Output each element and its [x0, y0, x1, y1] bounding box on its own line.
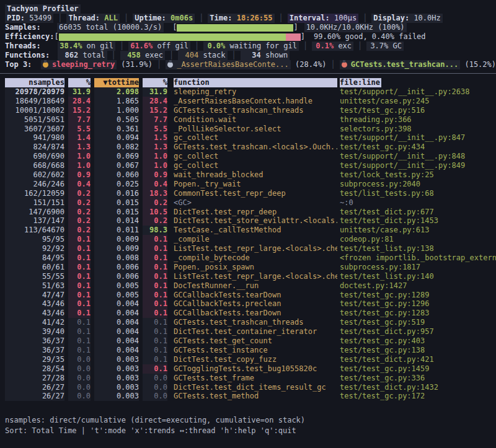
samples-total: 66035 total (10000.3/s): [59, 23, 162, 32]
separator-pipe: │: [169, 51, 174, 60]
nsamples-cell: 60/61: [5, 263, 64, 272]
file-line-cell: test/test_gc.py:403: [340, 336, 496, 346]
pct-direct-cell: 0.0: [68, 374, 91, 383]
pct-direct-cell: 1.3: [68, 143, 91, 152]
samples-bar-close-bracket: ]: [293, 23, 298, 32]
tottime-cell: 0.025: [94, 180, 139, 189]
file-line-cell: test/test_gc.py:1459: [340, 364, 496, 374]
pct-direct-cell: 0.1: [68, 346, 91, 355]
pct-cumulative-cell: 0.2: [143, 198, 167, 208]
function-cell: _AssertRaisesBaseContext.handle: [174, 97, 337, 106]
function-cell: _compile_bytecode: [174, 253, 337, 263]
tottime-cell: 0.004: [94, 327, 139, 336]
function-cell: GCTogglingTests.test_bug1055820c: [174, 364, 337, 374]
tottime-cell: 0.003: [94, 392, 139, 401]
threads-on-gil-value: 38.4%: [60, 42, 82, 51]
file-line-cell: test/test_dict.py:421: [340, 355, 496, 364]
threads-gc-unit: GC: [388, 42, 402, 51]
table-row: 941/9801.40.0941.5gc_collecttest/support…: [0, 133, 496, 143]
pct-cumulative-cell: 31.9: [143, 87, 167, 97]
tottime-cell: 0.060: [94, 170, 139, 180]
file-line-cell: test/list_tests.py:68: [340, 189, 496, 198]
status-uptime-label: Uptime:: [135, 14, 170, 23]
pct-direct-cell: 0.0: [68, 392, 91, 401]
tottime-cell: 0.004: [94, 309, 139, 318]
functions-shown: 34 shown: [241, 51, 290, 60]
table-row: 29/350.00.0030.1DictTest.test_copy_fuzzt…: [0, 355, 496, 364]
file-line-cell: unittest/case.py:613: [340, 226, 496, 235]
efficiency-bar-close-bracket: ]: [301, 32, 305, 42]
col-header-pct-direct[interactable]: %: [68, 78, 91, 87]
pct-direct-cell: 0.1: [68, 299, 91, 309]
efficiency-line: Efficiency:[ ] 99.60% good, 0.40% failed: [0, 32, 496, 42]
status-pid-label: PID:: [7, 14, 29, 23]
file-line-cell: test/test_gc.py:336: [340, 374, 496, 383]
threads-waiting-gil-value: 0.0%: [205, 42, 225, 51]
threads-on-gil-unit: on gil: [82, 42, 113, 51]
table-row: 51/630.10.0050.1DocTestRunner.__rundocte…: [0, 281, 496, 291]
efficiency-bar: [59, 33, 301, 41]
function-cell: Condition.wait: [174, 115, 337, 125]
pct-direct-cell: 0.2: [68, 189, 91, 198]
function-cell: ListTest.test_repr_large.<locals>.check: [174, 244, 337, 253]
pct-direct-cell: 5.5: [68, 125, 91, 134]
threads-waiting-gil-unit: waiting for gil: [225, 42, 297, 51]
table-row: 92/920.10.0090.1ListTest.test_repr_large…: [0, 244, 496, 253]
status-pid-value: 53499: [29, 14, 51, 23]
nsamples-cell: 55/55: [5, 272, 64, 281]
col-header-function[interactable]: function: [174, 78, 337, 87]
function-cell: GCTests.test_frame: [174, 374, 337, 383]
status-thread-value: ALL: [104, 14, 118, 23]
efficiency-bar-open-bracket: [: [54, 32, 58, 42]
status-time-value: 18:26:55: [237, 14, 273, 23]
pct-cumulative-cell: 0.0: [143, 383, 167, 392]
file-line-cell: test/support/__init__.py:2638: [340, 87, 496, 97]
threads-exc-unit: exc: [334, 42, 352, 51]
col-header-tottime[interactable]: ▼tottime: [94, 78, 139, 87]
top3-rank-3-name: GCTests.test_trashcan...: [351, 60, 458, 69]
table-body: 20978/2097931.92.09831.9sleeping_retryte…: [0, 87, 496, 401]
bronze-medal-icon: [342, 62, 347, 68]
pct-direct-cell: 0.0: [68, 364, 91, 374]
table-row: 113/646700.20.01198.3TestCase._callTestM…: [0, 226, 496, 235]
table-row: 60/610.10.0060.1Popen._posix_spawnsubpro…: [0, 263, 496, 272]
pct-cumulative-cell: 0.1: [143, 272, 167, 281]
tottime-cell: 0.361: [94, 125, 139, 134]
col-header-file-line[interactable]: file:line: [340, 78, 381, 87]
function-cell: Popen._posix_spawn: [174, 263, 337, 272]
status-time: Time: 18:26:55: [208, 14, 274, 23]
functions-total: 862 total: [58, 51, 107, 60]
title-line: Tachyon Profiler: [0, 0, 496, 14]
table-row: 47/470.10.0050.1GCCallbackTests.tearDown…: [0, 291, 496, 300]
file-line-cell: test/test_gc.py:1289: [340, 291, 496, 300]
nsamples-cell: 95/95: [5, 235, 64, 244]
nsamples-cell: 29/35: [5, 355, 64, 364]
table-row: 43/460.10.0040.1GCCallbackTests.preclean…: [0, 299, 496, 309]
samples-rate-bar-fill: [177, 24, 293, 32]
nsamples-cell: 28/54: [5, 364, 64, 374]
nsamples-cell: 3607/3607: [5, 125, 64, 134]
tottime-cell: 0.005: [94, 281, 139, 291]
pct-cumulative-cell: 1.3: [143, 143, 167, 152]
nsamples-cell: 27/28: [5, 374, 64, 383]
col-header-pct-cumulative[interactable]: %: [143, 78, 167, 87]
pct-direct-cell: 0.1: [68, 244, 91, 253]
tottime-cell: 0.015: [94, 198, 139, 208]
function-cell: wait_threads_blocked: [174, 170, 337, 180]
functions-stack-unit: stack: [198, 51, 225, 60]
pct-direct-cell: 0.1: [68, 281, 91, 291]
pct-direct-cell: 0.1: [68, 327, 91, 336]
threads-off-gil: 61.6% off gil: [128, 42, 190, 51]
pct-direct-cell: 0.2: [68, 226, 91, 235]
col-header-nsamples[interactable]: nsamples: [5, 78, 64, 87]
pct-cumulative-cell: 1.0: [143, 161, 167, 170]
function-cell: CommonTest.test_repr_deep: [174, 189, 337, 198]
pct-direct-cell: 0.1: [68, 309, 91, 318]
nsamples-cell: 162/12059: [5, 189, 64, 198]
table-row: 41/420.10.0040.1GCTests.test_trashcan_th…: [0, 318, 496, 327]
top3-line: Top 3: sleeping_retry (31.9%)│_AssertRai…: [0, 60, 496, 69]
pct-cumulative-cell: 0.1: [143, 336, 167, 346]
pct-cumulative-cell: 0.1: [143, 281, 167, 291]
function-cell: _PollLikeSelector.select: [174, 125, 337, 134]
function-cell: GCTests.test_get_count: [174, 336, 337, 346]
